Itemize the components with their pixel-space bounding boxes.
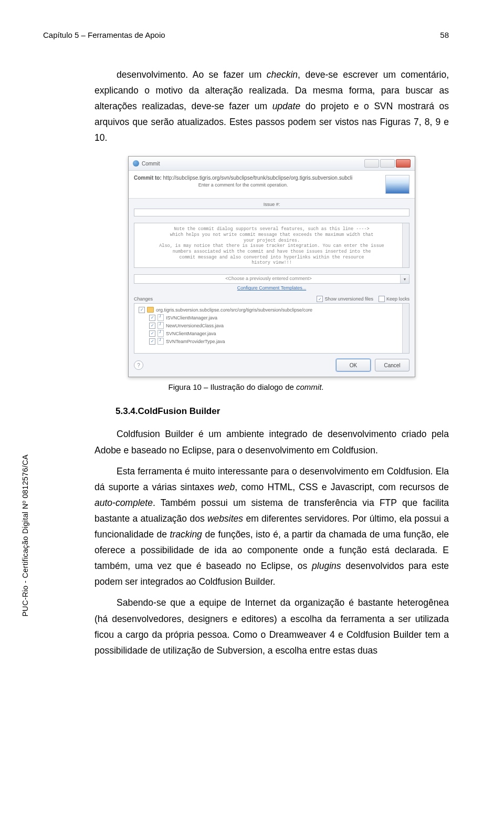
configure-templates-link[interactable]: Configure Comment Templates... (237, 285, 306, 291)
italic-checkin: checkin (267, 69, 298, 80)
scrollbar[interactable] (402, 223, 409, 267)
commit-dialog: Commit Commit to: http://subclipse.tigri… (128, 156, 415, 377)
tree-item-label: SVNClientManager.java (166, 331, 216, 336)
tree-item-row[interactable]: ✓ ISVNClientManager.java (136, 314, 407, 322)
issue-label: Issue #: (134, 202, 410, 207)
section-title: ColdFusion Builder (138, 406, 220, 416)
msg-line: history view!!! (138, 260, 406, 266)
msg-line: your project desires. (138, 238, 406, 244)
changes-tree[interactable]: ✓ org.tigris.subversion.subclipse.core/s… (134, 303, 410, 354)
tree-item-label: SVNTeamProviderType.java (166, 339, 225, 344)
commit-message-textarea[interactable]: Note the commit dialog supports several … (134, 223, 410, 268)
italic-autocomplete: auto-complete (94, 498, 153, 508)
close-button[interactable] (396, 159, 411, 168)
chevron-down-icon[interactable]: ▼ (400, 275, 409, 283)
msg-line: which helps you not write commit message… (138, 232, 406, 238)
scrollbar[interactable] (402, 304, 409, 353)
paragraph-1: desenvolvimento. Ao se fazer um checkin,… (94, 67, 449, 146)
certification-stamp: PUC-Rio - Certificação Digital Nº 081257… (21, 454, 29, 617)
running-header: Capítulo 5 – Ferramentas de Apoio 58 (43, 30, 449, 39)
svn-logo-icon (385, 175, 410, 194)
tree-item-row[interactable]: ✓ SVNTeamProviderType.java (136, 337, 407, 345)
msg-line: numbers associated with the commit and h… (138, 249, 406, 255)
dialog-title: Commit (142, 161, 160, 167)
previous-comment-section: <Choose a previously entered comment> ▼ … (129, 271, 415, 294)
commit-to-url: http://subclipse.tigris.org/svn/subclips… (163, 175, 353, 181)
issue-input[interactable] (134, 209, 410, 216)
page-number: 58 (440, 30, 449, 39)
tree-item-row[interactable]: ✓ SVNClientManager.java (136, 329, 407, 337)
java-file-icon (158, 330, 164, 337)
checkbox-icon[interactable]: ✓ (139, 307, 145, 313)
text: desenvolvimento. Ao se fazer um (117, 69, 267, 80)
tree-item-row[interactable]: ✓ NewUnversionedClass.java (136, 322, 407, 329)
section-number: 5.3.4. (116, 406, 138, 416)
checkbox-icon[interactable]: ✓ (149, 330, 155, 337)
maximize-button[interactable] (380, 159, 395, 168)
text: Figura 10 – Ilustração do dialogo de (168, 382, 296, 391)
dialog-titlebar: Commit (129, 157, 415, 171)
changes-label: Changes (134, 296, 153, 302)
folder-icon (147, 307, 154, 313)
commit-to-label: Commit to: (134, 175, 162, 181)
italic-plugins: plugins (312, 561, 341, 571)
dialog-header: Commit to: http://subclipse.tigris.org/s… (129, 171, 415, 199)
tree-item-label: ISVNClientManager.java (166, 315, 217, 320)
msg-line: Note the commit dialog supports several … (138, 226, 406, 232)
checkbox-icon (379, 296, 385, 302)
tree-item-label: NewUnversionedClass.java (166, 323, 224, 328)
checkbox-icon[interactable]: ✓ (149, 323, 155, 329)
java-file-icon (158, 314, 164, 321)
checkbox-label: Keep locks (386, 296, 410, 302)
tree-root-label: org.tigris.subversion.subclipse.core/src… (156, 307, 312, 313)
msg-line: commit message and also converted into h… (180, 255, 364, 260)
commit-message-section: Note the commit dialog supports several … (129, 220, 415, 271)
italic-web: web (218, 482, 235, 492)
italic-update: update (272, 101, 301, 111)
section-heading: 5.3.4.ColdFusion Builder (116, 406, 449, 417)
globe-icon (133, 160, 139, 167)
paragraph-4: Sabendo-se que a equipe de Internet da o… (94, 595, 449, 658)
cancel-button[interactable]: Cancel (375, 359, 410, 371)
checkbox-label: Show unversioned files (324, 296, 373, 302)
figure-10: Commit Commit to: http://subclipse.tigri… (94, 156, 449, 377)
issue-section: Issue #: (129, 199, 415, 220)
italic-tracking: tracking (170, 529, 202, 540)
checkbox-icon[interactable]: ✓ (149, 315, 155, 321)
minimize-button[interactable] (364, 159, 379, 168)
header-left: Capítulo 5 – Ferramentas de Apoio (43, 30, 165, 39)
text: . (321, 382, 323, 391)
previous-comment-dropdown[interactable]: <Choose a previously entered comment> (134, 274, 410, 284)
italic-commit: commit (296, 382, 321, 391)
tree-root-row[interactable]: ✓ org.tigris.subversion.subclipse.core/s… (136, 306, 407, 314)
changes-bar: Changes ✓ Show unversioned files Keep lo… (129, 294, 415, 303)
text: , como HTML, CSS e Javascript, com recur… (235, 482, 449, 492)
window-controls (364, 159, 411, 168)
java-file-icon (158, 338, 164, 345)
keep-locks-checkbox[interactable]: Keep locks (379, 296, 410, 302)
msg-line: Also, is may notice that there is issue … (138, 243, 406, 249)
paragraph-3: Esta ferramenta é muito interessante par… (94, 463, 449, 590)
checkbox-icon[interactable]: ✓ (149, 338, 155, 345)
paragraph-2: Coldfusion Builder é um ambiente integra… (94, 426, 449, 458)
checkbox-icon: ✓ (317, 296, 323, 302)
figure-caption: Figura 10 – Ilustração do dialogo de com… (43, 382, 449, 391)
help-icon[interactable]: ? (134, 360, 143, 370)
dialog-subtitle: Enter a comment for the commit operation… (134, 182, 352, 188)
italic-websites: websites (207, 513, 243, 524)
dialog-footer: ? OK Cancel (129, 354, 415, 377)
java-file-icon (158, 322, 164, 329)
ok-button[interactable]: OK (336, 359, 371, 371)
show-unversioned-checkbox[interactable]: ✓ Show unversioned files (317, 296, 373, 302)
